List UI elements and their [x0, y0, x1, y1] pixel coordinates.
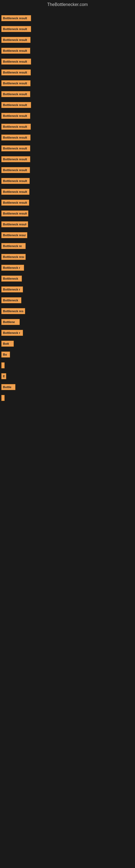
bar-item: Bottleneck result [1, 199, 29, 206]
bar-item: Bottleneck result [1, 134, 31, 141]
bar-label: Bottleneck result [3, 27, 27, 31]
site-title: TheBottlenecker.com [0, 0, 135, 10]
bar-label: Bottleneck r [3, 331, 20, 335]
bar-label: Bottle [3, 385, 11, 389]
bar-item: Bottleneck result [1, 113, 30, 119]
bar-item: Bottleneck result [1, 48, 30, 54]
bar-item: Bottleneck re [1, 243, 26, 249]
bar-label: Bottleneck result [3, 38, 27, 41]
bar-label: Bo [3, 353, 7, 356]
bar-label: Bottleneck r [3, 288, 20, 291]
bar-label: Bottleneck res [3, 310, 24, 313]
bar-label: Bottleneck result [3, 201, 27, 204]
bar-item: Bottleneck result [1, 254, 26, 260]
bar-item: Bottleneck result [1, 124, 31, 130]
bar-label: Bottleneck result [3, 114, 27, 118]
bar-item: Bottleneck result [1, 156, 30, 162]
bar-label: B [3, 375, 5, 378]
bar-label: Bottleneck result [3, 255, 24, 258]
bar-item: Bottleneck result [1, 59, 31, 65]
bar-item: Bottleneck res [1, 308, 25, 314]
bar-item: Bottleneck r [1, 286, 23, 292]
bar-label: Bottleneck result [3, 212, 27, 215]
bar-item: Bottleneck result [1, 80, 31, 86]
bar-label: Bottleneck result [3, 82, 27, 85]
bar-label: Bottlene [3, 320, 15, 323]
bar-label: Bottleneck r [3, 266, 20, 269]
bar-item: Bottleneck [1, 297, 21, 303]
bar-label: Bottleneck result [3, 168, 27, 172]
bar-item: Bottleneck r [1, 265, 24, 271]
bar-item: Bottleneck result [1, 232, 27, 238]
bar-item: Bottleneck result [1, 91, 30, 97]
bar-label: Bottleneck result [3, 136, 27, 139]
bar-item: Bottleneck result [1, 26, 31, 32]
bar-label: Bottleneck result [3, 179, 27, 183]
bar-label: Bottleneck result [3, 190, 27, 193]
bar-label: Bottleneck [3, 299, 18, 302]
bar-item: B [1, 373, 6, 379]
bar-label: Bottleneck result [3, 103, 27, 106]
bar-label: Bottleneck result [3, 93, 27, 96]
bar-label: Bottleneck [3, 277, 18, 280]
bar-label: Bottleneck result [3, 147, 27, 150]
bar-item: Bottle [1, 384, 15, 390]
bar-item: Bottleneck result [1, 189, 30, 195]
bar-item: Bottleneck r [1, 330, 23, 336]
bar-label: Bottleneck result [3, 49, 27, 52]
bar-item: Bottleneck result [1, 167, 30, 173]
bar-item: | [1, 395, 5, 401]
bar-item: Bottleneck result [1, 178, 30, 184]
bar-label: Bottleneck result [3, 223, 27, 226]
chart-area: Bottleneck resultBottleneck resultBottle… [0, 10, 135, 865]
bar-label: Bottleneck result [3, 125, 27, 128]
bar-item: | [1, 362, 5, 368]
bar-item: Bottleneck result [1, 69, 31, 75]
bar-label: Bottleneck result [3, 71, 27, 74]
bar-label: Bottleneck result [3, 234, 26, 237]
bar-item: Bottleneck result [1, 221, 28, 227]
bar-item: Bottleneck result [1, 145, 30, 151]
bar-item: Bo [1, 351, 10, 358]
bar-item: Bottleneck result [1, 15, 31, 21]
bar-label: Bott [3, 342, 9, 345]
bar-item: Bottleneck [1, 276, 22, 282]
bar-item: Bottlene [1, 319, 20, 325]
bar-item: Bottleneck result [1, 102, 31, 108]
bar-label: Bottleneck result [3, 60, 27, 63]
bar-label: Bottleneck result [3, 158, 27, 161]
bar-label: Bottleneck re [3, 244, 22, 248]
bar-item: Bottleneck result [1, 37, 31, 43]
bar-label: Bottleneck result [3, 17, 27, 20]
bar-item: Bott [1, 341, 14, 347]
bar-item: Bottleneck result [1, 211, 28, 216]
